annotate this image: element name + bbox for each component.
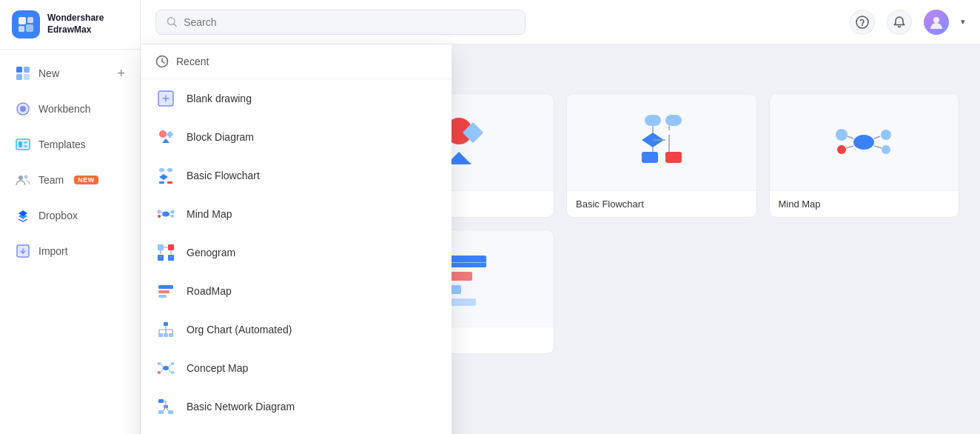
dropdown-item-roadmap[interactable]: RoadMap <box>141 272 452 310</box>
svg-rect-11 <box>19 141 22 147</box>
sidebar-item-templates[interactable]: Templates <box>0 127 140 162</box>
dropdown-item-block-diagram[interactable]: Block Diagram <box>141 118 452 156</box>
svg-rect-0 <box>19 17 26 24</box>
dropdown-roadmap-icon <box>155 281 176 301</box>
svg-rect-68 <box>164 333 168 337</box>
svg-rect-52 <box>159 181 164 184</box>
svg-rect-2 <box>19 26 24 32</box>
search-bar[interactable] <box>155 10 526 35</box>
svg-point-14 <box>19 176 23 180</box>
svg-rect-59 <box>158 244 164 250</box>
svg-point-15 <box>24 176 28 179</box>
svg-rect-66 <box>164 322 168 326</box>
dropdown-item-concept-map[interactable]: Concept Map <box>141 349 452 387</box>
notification-button[interactable] <box>887 10 912 35</box>
sidebar-item-templates-label: Templates <box>38 138 86 150</box>
dropdown-header-label: Recent <box>176 56 209 67</box>
dropdown-conceptmap-icon <box>155 358 176 378</box>
svg-rect-24 <box>645 115 661 126</box>
sidebar-item-new[interactable]: New + <box>0 56 140 91</box>
dropdown-item-genogram[interactable]: Genogram <box>141 233 452 272</box>
svg-rect-1 <box>27 17 33 23</box>
svg-point-73 <box>158 371 161 374</box>
svg-rect-28 <box>665 152 682 163</box>
svg-point-74 <box>171 371 175 374</box>
sidebar-item-team-label: Team <box>38 174 64 186</box>
sidebar-item-workbench[interactable]: Workbench <box>0 91 140 127</box>
avatar-chevron-icon[interactable]: ▾ <box>961 17 965 27</box>
sidebar-item-dropbox-label: Dropbox <box>38 210 78 221</box>
dropdown-block-icon <box>155 127 176 147</box>
dropdown-item-blank-drawing[interactable]: Blank drawing <box>141 79 452 118</box>
svg-marker-47 <box>162 138 170 143</box>
new-icon <box>15 65 31 81</box>
dropdown-item-roadmap-label: RoadMap <box>187 285 232 297</box>
mindmap-preview-svg <box>830 109 897 176</box>
workbench-icon <box>15 101 31 117</box>
dropdown-item-mind-map[interactable]: Mind Map <box>141 195 452 233</box>
dropdown-item-basic-flowchart-label: Basic Flowchart <box>187 170 260 181</box>
sidebar-nav: New + Workbench Templa <box>0 50 140 434</box>
svg-point-31 <box>837 145 846 154</box>
template-preview-basic-flowchart <box>567 94 756 190</box>
recent-icon <box>155 55 169 68</box>
svg-rect-53 <box>167 181 172 184</box>
search-icon <box>167 16 178 28</box>
svg-point-71 <box>158 362 161 365</box>
svg-marker-51 <box>159 174 168 180</box>
dropdown-item-org-chart-label: Org Chart (Automated) <box>187 324 292 335</box>
main-content: ▾ Classification + Blank drawing <box>141 0 980 434</box>
template-card-basic-flowchart[interactable]: Basic Flowchart <box>566 93 757 218</box>
dropdown-item-org-chart[interactable]: Org Chart (Automated) <box>141 310 452 349</box>
help-button[interactable] <box>850 10 875 35</box>
dropdown-item-basic-network[interactable]: Basic Network Diagram <box>141 387 452 426</box>
logo-icon <box>12 10 40 39</box>
logo-text: Wondershare EdrawMax <box>47 13 104 36</box>
dropdown-network-icon <box>155 396 176 417</box>
svg-rect-78 <box>168 410 173 414</box>
header-actions: ▾ <box>850 10 965 35</box>
dropdown-item-block-diagram-label: Block Diagram <box>187 131 254 143</box>
svg-point-32 <box>881 130 891 140</box>
dropdown-mindmap-icon <box>155 204 176 224</box>
dropdown-item-floor-plan[interactable]: Floor Plan <box>141 426 452 434</box>
svg-rect-75 <box>158 399 164 403</box>
svg-rect-13 <box>24 145 27 147</box>
svg-rect-27 <box>642 152 658 163</box>
dropdown-header: Recent <box>141 44 452 79</box>
svg-rect-63 <box>158 285 173 289</box>
sidebar-item-workbench-label: Workbench <box>38 103 91 115</box>
svg-rect-3 <box>26 24 33 32</box>
sidebar-item-team[interactable]: Team NEW <box>0 162 140 198</box>
dropdown-item-mind-map-label: Mind Map <box>187 208 232 220</box>
template-label-mind-map: Mind Map <box>770 190 959 217</box>
svg-point-58 <box>171 215 174 218</box>
dropdown-blank-icon <box>155 88 176 109</box>
svg-point-72 <box>171 362 175 365</box>
svg-point-57 <box>171 210 175 214</box>
svg-rect-48 <box>167 131 174 138</box>
svg-rect-69 <box>169 333 173 337</box>
avatar[interactable] <box>924 10 949 35</box>
template-label-basic-flowchart: Basic Flowchart <box>567 190 756 217</box>
svg-rect-4 <box>16 67 22 73</box>
template-card-mind-map[interactable]: Mind Map <box>769 93 960 218</box>
sidebar-item-new-label: New <box>38 67 59 79</box>
svg-point-55 <box>158 210 161 214</box>
help-icon <box>856 16 869 29</box>
svg-rect-6 <box>16 74 22 80</box>
sidebar-item-import[interactable]: Import <box>0 233 140 269</box>
dropdown-item-basic-flowchart[interactable]: Basic Flowchart <box>141 156 452 195</box>
svg-rect-49 <box>159 168 164 172</box>
svg-point-56 <box>158 215 161 218</box>
search-input[interactable] <box>184 16 514 28</box>
new-plus-icon: + <box>117 66 125 81</box>
templates-icon <box>15 136 31 153</box>
svg-rect-25 <box>665 115 682 126</box>
svg-point-54 <box>162 212 170 217</box>
sidebar-item-dropbox[interactable]: Dropbox <box>0 198 140 233</box>
dropdown-item-basic-network-label: Basic Network Diagram <box>187 401 295 413</box>
dropdown-item-genogram-label: Genogram <box>187 247 235 258</box>
import-icon <box>15 243 31 259</box>
svg-rect-12 <box>24 141 27 144</box>
